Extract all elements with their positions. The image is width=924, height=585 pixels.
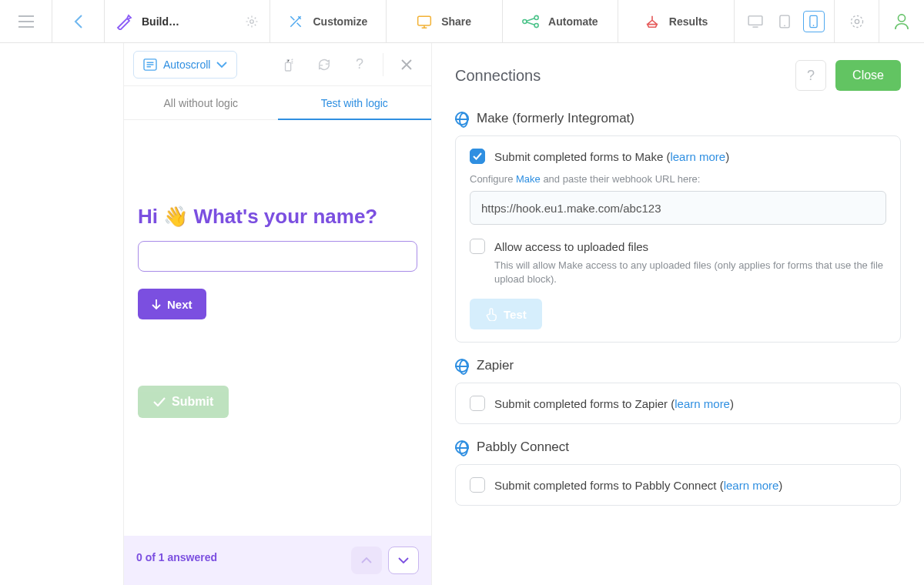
make-test-button[interactable]: Test bbox=[470, 299, 542, 329]
autoscroll-icon bbox=[143, 58, 157, 71]
back-button[interactable] bbox=[52, 0, 105, 42]
device-desktop-button[interactable] bbox=[745, 11, 766, 32]
question-icon: ? bbox=[356, 56, 363, 72]
form-submit-button[interactable]: Submit bbox=[138, 386, 229, 418]
form-next-button[interactable]: Next bbox=[138, 289, 206, 319]
tab-all-without-logic[interactable]: All without logic bbox=[124, 86, 278, 119]
svg-point-3 bbox=[534, 15, 538, 19]
globe-icon bbox=[455, 440, 469, 454]
build-icon bbox=[116, 13, 132, 30]
close-preview-button[interactable] bbox=[391, 51, 422, 79]
close-icon bbox=[401, 59, 412, 70]
autoscroll-dropdown[interactable]: Autoscroll bbox=[133, 51, 237, 79]
svg-point-11 bbox=[851, 15, 862, 27]
panel-title: Connections bbox=[455, 67, 541, 85]
desktop-icon bbox=[748, 15, 763, 28]
make-upload-hint: This will allow Make access to any uploa… bbox=[494, 259, 886, 286]
share-icon bbox=[417, 15, 432, 28]
make-submit-label: Submit completed forms to Make (learn mo… bbox=[494, 150, 729, 163]
results-icon bbox=[644, 15, 660, 28]
make-card: Submit completed forms to Make (learn mo… bbox=[455, 135, 901, 343]
hamburger-icon bbox=[18, 15, 34, 28]
progress-text: 0 of 1 answered bbox=[136, 551, 351, 563]
make-configure-link[interactable]: Make bbox=[516, 173, 541, 185]
chevron-down-icon bbox=[398, 557, 409, 563]
settings-button[interactable] bbox=[835, 0, 879, 42]
form-answer-input[interactable] bbox=[138, 241, 417, 272]
section-make-title: Make (formerly Integromat) bbox=[455, 111, 901, 126]
chevron-left-icon bbox=[74, 14, 83, 29]
pabbly-submit-checkbox[interactable] bbox=[470, 477, 485, 493]
make-submit-checkbox[interactable] bbox=[470, 149, 485, 164]
mobile-icon bbox=[809, 15, 818, 28]
user-icon bbox=[894, 13, 909, 30]
svg-point-12 bbox=[898, 14, 905, 21]
make-configure-hint: Configure Make and paste their webhook U… bbox=[470, 173, 886, 185]
chevron-up-icon bbox=[361, 557, 372, 563]
panel-help-button[interactable]: ? bbox=[795, 60, 826, 91]
automate-icon bbox=[522, 15, 539, 28]
progress-prev-button[interactable] bbox=[351, 547, 382, 574]
progress-next-button[interactable] bbox=[388, 547, 419, 574]
zapier-learn-more-link[interactable]: learn more bbox=[675, 397, 730, 410]
gear-icon bbox=[849, 14, 865, 29]
pabbly-submit-label: Submit completed forms to Pabbly Connect… bbox=[494, 479, 782, 492]
tablet-icon bbox=[779, 15, 790, 28]
svg-point-4 bbox=[534, 23, 538, 27]
chevron-down-icon bbox=[216, 62, 227, 68]
form-preview: Hi 👋 What's your name? Next Submit bbox=[124, 120, 431, 536]
check-icon bbox=[473, 152, 482, 160]
tap-icon bbox=[485, 307, 497, 321]
section-zapier-title: Zapier bbox=[455, 358, 901, 373]
question-icon: ? bbox=[807, 68, 815, 84]
make-upload-label: Allow access to uploaded files bbox=[494, 240, 648, 253]
clear-button[interactable] bbox=[273, 51, 304, 79]
svg-rect-14 bbox=[286, 62, 291, 71]
form-question: Hi 👋 What's your name? bbox=[138, 205, 417, 229]
check-icon bbox=[153, 397, 166, 406]
svg-point-2 bbox=[523, 19, 527, 23]
zapier-submit-label: Submit completed forms to Zapier (learn … bbox=[494, 397, 734, 410]
svg-rect-1 bbox=[418, 16, 431, 25]
build-label: Build… bbox=[142, 15, 179, 28]
refresh-icon bbox=[317, 58, 331, 72]
pabbly-card: Submit completed forms to Pabbly Connect… bbox=[455, 464, 901, 506]
svg-point-7 bbox=[784, 25, 785, 26]
tab-results[interactable]: Results bbox=[618, 0, 735, 42]
customize-icon bbox=[288, 14, 303, 29]
refresh-button[interactable] bbox=[309, 51, 340, 79]
zapier-card: Submit completed forms to Zapier (learn … bbox=[455, 383, 901, 424]
pabbly-learn-more-link[interactable]: learn more bbox=[724, 479, 779, 492]
make-learn-more-link[interactable]: learn more bbox=[670, 150, 725, 163]
arrow-down-icon bbox=[152, 299, 161, 309]
account-button[interactable] bbox=[879, 0, 924, 42]
section-pabbly-title: Pabbly Connect bbox=[455, 440, 901, 455]
help-button[interactable]: ? bbox=[344, 51, 375, 79]
make-webhook-input[interactable] bbox=[470, 191, 886, 225]
panel-close-button[interactable]: Close bbox=[835, 60, 901, 91]
tab-automate[interactable]: Automate bbox=[503, 0, 619, 42]
make-upload-checkbox[interactable] bbox=[470, 239, 485, 254]
tab-customize[interactable]: Customize bbox=[270, 0, 387, 42]
tab-build[interactable]: Build… bbox=[105, 0, 270, 42]
zapier-submit-checkbox[interactable] bbox=[470, 396, 485, 411]
menu-button[interactable] bbox=[0, 0, 52, 42]
device-mobile-button[interactable] bbox=[803, 11, 825, 32]
left-gutter bbox=[0, 43, 124, 585]
device-tablet-button[interactable] bbox=[774, 11, 795, 32]
globe-icon bbox=[455, 112, 469, 125]
spray-icon bbox=[283, 58, 295, 72]
globe-icon bbox=[455, 359, 469, 373]
tab-test-with-logic[interactable]: Test with logic bbox=[278, 86, 432, 119]
svg-point-10 bbox=[855, 19, 859, 23]
tab-share[interactable]: Share bbox=[387, 0, 503, 42]
svg-point-9 bbox=[813, 25, 815, 26]
svg-rect-5 bbox=[748, 15, 762, 25]
svg-point-0 bbox=[250, 19, 254, 23]
gear-icon[interactable] bbox=[245, 15, 259, 28]
